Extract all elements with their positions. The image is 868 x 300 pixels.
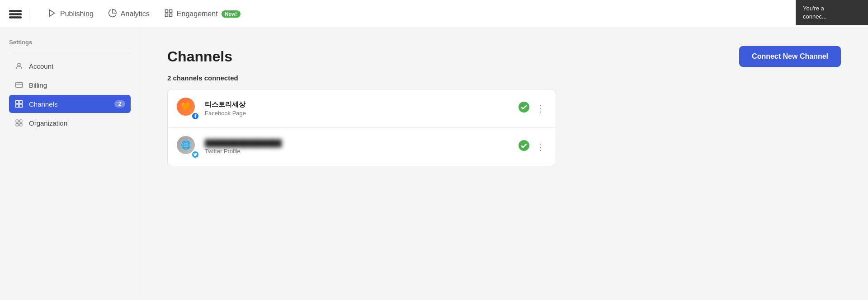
svg-rect-1 [9,13,22,15]
new-badge: New! [222,10,241,18]
sidebar-item-organization-left: Organization [14,118,67,127]
content-header: Channels Connect New Channel [167,46,841,67]
sidebar-item-channels[interactable]: Channels 2 [9,95,131,113]
nav-publishing-label: Publishing [60,10,94,18]
sidebar-title: Settings [9,39,131,46]
twitter-badge [191,150,199,159]
svg-rect-6 [165,14,168,16]
twitter-connected-icon [519,140,529,154]
page-title: Channels [167,48,232,65]
nav-analytics-label: Analytics [121,10,150,18]
channels-icon [14,99,24,108]
nav-analytics[interactable]: Analytics [101,5,157,23]
facebook-avatar-wrapper: 🧡 [177,98,198,119]
sidebar-item-account-left: Account [14,61,53,70]
twitter-channel-name: ████████████████ [205,139,512,147]
sidebar-item-organization[interactable]: Organization [9,114,131,132]
sidebar-divider [9,53,131,53]
svg-rect-0 [9,10,22,12]
channels-count: 2 channels connected [167,74,841,82]
facebook-channel-name: 티스토리세상 [205,100,512,109]
connect-new-channel-button[interactable]: Connect New Channel [739,46,841,67]
svg-rect-5 [170,9,172,12]
nav-engagement-label: Engagement [177,10,218,18]
tooltip: You're a connec... [796,0,868,25]
channels-badge: 2 [114,100,125,108]
facebook-badge [191,112,199,120]
publishing-icon [47,9,57,19]
sidebar-item-billing[interactable]: Billing [9,76,131,94]
svg-rect-15 [16,120,18,122]
svg-marker-3 [49,9,55,16]
tooltip-line1: You're a [803,5,824,12]
facebook-connected-icon [519,102,529,115]
tooltip-line2: connec... [803,13,827,20]
facebook-channel-type: Facebook Page [205,110,512,117]
analytics-icon [108,9,117,19]
svg-rect-14 [19,104,23,108]
top-nav: Publishing Analytics Engagement New! You… [0,0,868,28]
twitter-channel-info: ████████████████ Twitter Profile [205,139,512,155]
nav-divider [31,7,31,21]
svg-rect-12 [19,101,23,104]
sidebar-item-account[interactable]: Account [9,57,131,75]
twitter-channel-type: Twitter Profile [205,148,512,155]
svg-rect-13 [16,104,19,108]
account-icon [14,61,24,70]
sidebar-item-channels-left: Channels [14,99,57,108]
svg-rect-16 [20,120,22,122]
app-layout: Settings Account [0,28,868,300]
svg-rect-2 [9,16,22,18]
sidebar-organization-label: Organization [29,119,67,127]
svg-rect-9 [16,83,23,88]
channel-row-twitter: 🌐 ████████████████ Twitter Profile [168,128,556,166]
svg-rect-7 [170,14,172,16]
facebook-more-icon[interactable]: ⋮ [534,101,547,116]
organization-icon [14,118,24,127]
svg-rect-18 [20,124,22,126]
sidebar: Settings Account [0,28,140,300]
svg-point-20 [519,140,529,151]
facebook-channel-actions: ⋮ [519,101,547,116]
nav-publishing[interactable]: Publishing [40,5,101,23]
facebook-channel-info: 티스토리세상 Facebook Page [205,100,512,117]
channel-row-facebook: 🧡 티스토리세상 Facebook Page [168,89,556,128]
nav-engagement[interactable]: Engagement New! [157,5,248,23]
twitter-more-icon[interactable]: ⋮ [534,140,547,154]
sidebar-item-billing-left: Billing [14,80,47,89]
sidebar-account-label: Account [29,62,53,70]
channels-card: 🧡 티스토리세상 Facebook Page [167,89,556,166]
billing-icon [14,80,24,89]
svg-point-19 [519,102,529,112]
svg-rect-4 [165,9,168,12]
twitter-channel-actions: ⋮ [519,140,547,154]
main-content: Channels Connect New Channel 2 channels … [140,28,868,300]
svg-rect-11 [16,101,19,104]
svg-point-8 [18,63,20,66]
sidebar-channels-label: Channels [29,100,57,108]
svg-rect-17 [16,124,18,126]
engagement-icon [164,9,173,19]
sidebar-billing-label: Billing [29,81,47,89]
twitter-avatar-wrapper: 🌐 [177,136,198,158]
app-logo[interactable] [9,8,22,20]
